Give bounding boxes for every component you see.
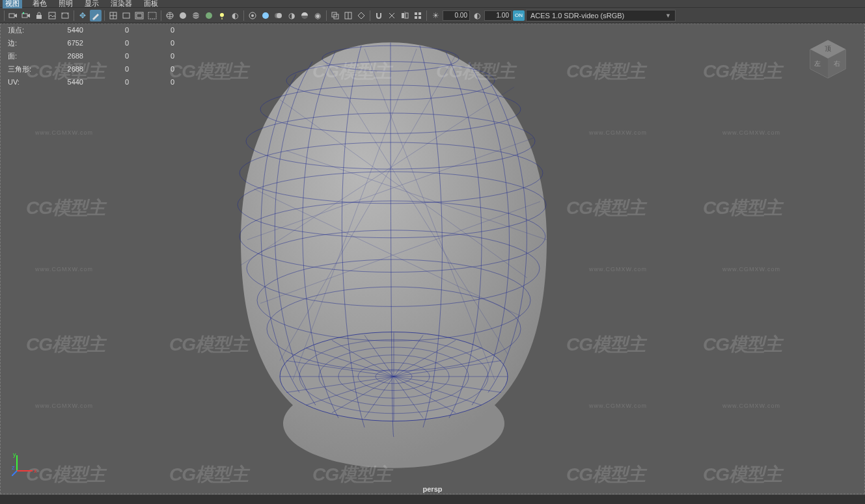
- svg-rect-39: [415, 16, 417, 19]
- gamma-icon[interactable]: ◐: [471, 10, 483, 21]
- toolbar-separator: [104, 10, 105, 21]
- svg-rect-1: [22, 14, 27, 18]
- safe-area-icon[interactable]: [146, 10, 158, 21]
- svg-point-18: [180, 12, 186, 19]
- menu-item-view[interactable]: 视图: [3, 0, 22, 8]
- color-space-label: ACES 1.0 SDR-video (sRGB): [530, 12, 624, 20]
- hud-row-tris: 三角形: 2688 0 0: [8, 62, 177, 75]
- camera-bookmark-icon[interactable]: [20, 10, 32, 21]
- exposure-icon[interactable]: ☀: [430, 10, 441, 21]
- polycount-hud: 顶点: 5440 0 0 边: 6752 0 0 面: 2688 0 0 三角形…: [8, 23, 177, 88]
- film-gate-icon[interactable]: [59, 10, 71, 21]
- hud-row-uvs: UV: 5440 0 0: [8, 75, 177, 88]
- symmetry-icon[interactable]: [399, 10, 411, 21]
- svg-point-21: [206, 12, 212, 19]
- bottom-strip: [0, 494, 865, 504]
- toolbar-separator: [426, 10, 427, 21]
- svg-text:z: z: [12, 464, 15, 471]
- wireframe-shaded-icon[interactable]: [190, 10, 202, 21]
- 2d-pan-icon[interactable]: ✥: [77, 10, 89, 21]
- ao-icon[interactable]: ◑: [286, 10, 297, 21]
- hud-row-faces: 面: 2688 0 0: [8, 49, 177, 62]
- svg-rect-38: [419, 12, 421, 15]
- svg-point-22: [220, 13, 224, 17]
- svg-rect-14: [148, 12, 156, 19]
- svg-rect-40: [419, 16, 421, 19]
- isolate-icon[interactable]: [247, 10, 258, 21]
- svg-text:右: 右: [834, 60, 840, 67]
- xray-components-icon[interactable]: [355, 10, 367, 21]
- menu-item-shading[interactable]: 着色: [31, 0, 48, 8]
- toolbar-separator: [74, 10, 74, 21]
- hud-row-edges: 边: 6752 0 0: [8, 36, 177, 49]
- shadows-icon[interactable]: ◐: [229, 10, 241, 21]
- svg-rect-13: [137, 14, 142, 18]
- svg-text:左: 左: [814, 60, 821, 67]
- svg-rect-3: [36, 15, 42, 19]
- color-space-dropdown[interactable]: ACES 1.0 SDR-video (sRGB) ▼: [526, 10, 676, 21]
- grease-pencil-icon[interactable]: [90, 10, 102, 21]
- menu-item-lighting[interactable]: 照明: [57, 0, 74, 8]
- exposure-field[interactable]: [443, 10, 470, 21]
- textured-icon[interactable]: [203, 10, 215, 21]
- viewcube[interactable]: 顶 右 左: [805, 36, 851, 82]
- toolbar-separator: [161, 10, 161, 21]
- svg-point-26: [262, 12, 269, 19]
- svg-line-81: [12, 471, 17, 476]
- svg-rect-0: [9, 14, 14, 18]
- xray-joints-icon[interactable]: [342, 10, 354, 21]
- camera-label: persp: [0, 485, 865, 493]
- svg-rect-35: [405, 13, 408, 18]
- viewport-toolbar: ✥ ◐ ◑ ◉ ☀ ◐ ON ACES 1.0 SDR-video (sRGB)…: [0, 8, 865, 23]
- gate-mask-icon[interactable]: [133, 10, 145, 21]
- svg-rect-37: [415, 12, 417, 15]
- axis-gizmo[interactable]: y x z: [12, 450, 38, 476]
- svg-text:顶: 顶: [825, 45, 831, 52]
- component-mode-icon[interactable]: [412, 10, 424, 21]
- svg-point-19: [193, 12, 199, 19]
- image-plane-icon[interactable]: [46, 10, 58, 21]
- motion-blur-icon[interactable]: [273, 10, 284, 21]
- camera-lock-icon[interactable]: [33, 10, 45, 21]
- use-lights-icon[interactable]: [216, 10, 228, 21]
- model-wireframe: [0, 23, 865, 494]
- shaded-icon[interactable]: [177, 10, 189, 21]
- svg-point-2: [23, 12, 24, 13]
- smooth-icon[interactable]: [260, 10, 271, 21]
- svg-point-25: [251, 14, 254, 17]
- dof-icon[interactable]: ◉: [312, 10, 323, 21]
- grid-icon[interactable]: [107, 10, 119, 21]
- menu-item-renderer[interactable]: 渲染器: [109, 0, 133, 8]
- menu-item-panels[interactable]: 面板: [143, 0, 159, 8]
- xray-icon[interactable]: [329, 10, 341, 21]
- menubar: 视图 着色 照明 显示 渲染器 面板: [0, 0, 865, 8]
- resolution-gate-icon[interactable]: [120, 10, 132, 21]
- menu-item-show[interactable]: 显示: [83, 0, 100, 8]
- toolbar-separator: [243, 10, 244, 21]
- snap-icon[interactable]: [386, 10, 398, 21]
- toolbar-separator: [370, 10, 370, 21]
- svg-rect-11: [123, 13, 130, 18]
- gamma-field[interactable]: [484, 10, 512, 21]
- viewport[interactable]: CG模型主 CG模型主 CG模型主 CG模型主 CG模型主 CG模型主 www.…: [0, 23, 865, 494]
- svg-text:y: y: [13, 451, 16, 458]
- select-camera-icon[interactable]: [7, 10, 19, 21]
- anti-alias-icon[interactable]: [299, 10, 310, 21]
- color-management-toggle[interactable]: ON: [513, 10, 525, 21]
- hud-row-verts: 顶点: 5440 0 0: [8, 23, 177, 36]
- toolbar-separator: [4, 10, 5, 21]
- toolbar-separator: [326, 10, 327, 21]
- svg-rect-34: [402, 13, 404, 18]
- chevron-down-icon: ▼: [665, 12, 671, 19]
- svg-point-28: [275, 13, 280, 18]
- magnet-icon[interactable]: [373, 10, 385, 21]
- svg-text:x: x: [34, 468, 37, 474]
- wireframe-icon[interactable]: [164, 10, 176, 21]
